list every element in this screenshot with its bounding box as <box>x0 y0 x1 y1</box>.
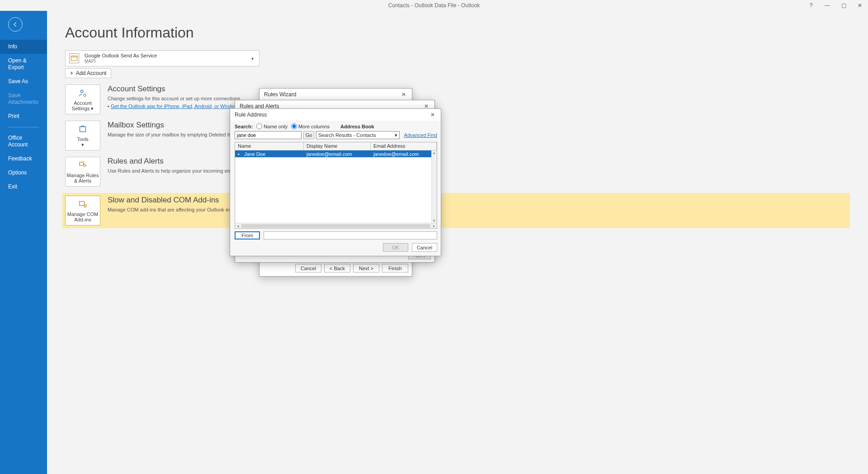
address-book-label: Address Book <box>340 124 374 129</box>
rules-wizard-title: Rules Wizard <box>264 91 296 98</box>
search-label: Search: <box>235 124 253 129</box>
account-settings-heading: Account Settings <box>108 84 265 94</box>
address-book-combo[interactable]: Search Results - Contacts ▾ <box>316 131 400 139</box>
svg-rect-3 <box>80 127 86 131</box>
close-icon[interactable]: ✕ <box>398 90 409 99</box>
sidebar-item-save-attachments: Save Attachments <box>0 89 47 109</box>
sidebar-item-save-as[interactable]: Save As <box>0 75 47 89</box>
more-columns-radio[interactable]: More columns <box>291 123 330 129</box>
sidebar-item-feedback[interactable]: Feedback <box>0 152 47 166</box>
svg-point-6 <box>84 205 87 207</box>
rule-address-dialog: Rule Address ✕ Search: Name only More co… <box>230 108 441 256</box>
ok-button[interactable]: OK <box>383 243 408 252</box>
manage-com-addins-tile[interactable]: Manage COM Add-ins <box>65 196 100 225</box>
account-icon <box>69 53 79 63</box>
help-icon[interactable]: ? <box>803 0 819 11</box>
search-input[interactable] <box>235 131 302 139</box>
sidebar-item-exit[interactable]: Exit <box>0 180 47 194</box>
account-protocol: MAPI <box>85 59 244 64</box>
window-title: Contacts - Outlook Data File - Outlook <box>388 2 480 9</box>
column-name[interactable]: Name <box>235 142 304 150</box>
account-selector[interactable]: Google Outlook Send As Service MAPI ▾ <box>65 50 259 66</box>
tools-icon <box>77 124 88 135</box>
go-button[interactable]: Go <box>303 131 314 139</box>
tools-tile[interactable]: Tools ▾ <box>65 121 100 150</box>
contact-icon: ▪ <box>235 151 241 157</box>
maximize-button[interactable]: ▢ <box>835 0 852 11</box>
chevron-down-icon: ▾ <box>395 132 397 138</box>
close-button[interactable]: ✕ <box>852 0 868 11</box>
rule-address-title: Rule Address <box>235 112 267 118</box>
results-grid: Name Display Name Email Address ▪ Jane D… <box>235 142 437 229</box>
add-account-button[interactable]: + Add Account <box>65 68 111 78</box>
account-name: Google Outlook Send As Service <box>85 53 244 58</box>
sidebar-item-print[interactable]: Print <box>0 109 47 123</box>
close-icon[interactable]: ✕ <box>427 110 438 119</box>
cancel-button[interactable]: Cancel <box>295 264 321 272</box>
chevron-down-icon: ▾ <box>250 56 255 61</box>
column-display-name[interactable]: Display Name <box>304 142 371 150</box>
svg-rect-4 <box>80 162 84 165</box>
back-button[interactable]: < Back <box>324 264 350 272</box>
result-row[interactable]: ▪ Jane Doe janedoe@email.com janedoe@ema… <box>235 150 437 157</box>
sidebar-item-office-account[interactable]: Office Account <box>0 131 47 152</box>
svg-point-2 <box>84 94 86 97</box>
sidebar-item-open-export[interactable]: Open & Export <box>0 54 47 75</box>
plus-icon: + <box>70 70 73 76</box>
svg-rect-0 <box>71 56 77 61</box>
add-account-label: Add Account <box>76 70 106 76</box>
from-input[interactable] <box>264 231 437 239</box>
window-titlebar: Contacts - Outlook Data File - Outlook ?… <box>0 0 868 11</box>
back-button[interactable] <box>8 17 23 32</box>
svg-point-1 <box>80 90 83 93</box>
backstage-sidebar: Info Open & Export Save As Save Attachme… <box>0 11 47 474</box>
sidebar-item-info[interactable]: Info <box>0 40 47 54</box>
next-button[interactable]: Next > <box>353 264 379 272</box>
minimize-button[interactable]: — <box>819 0 835 11</box>
person-gear-icon <box>77 88 88 99</box>
manage-rules-tile[interactable]: Manage Rules & Alerts <box>65 157 100 187</box>
account-settings-tile[interactable]: Account Settings ▾ <box>65 84 100 114</box>
vertical-scrollbar[interactable]: ▴▾ <box>431 150 437 223</box>
svg-rect-5 <box>80 201 85 205</box>
finish-button[interactable]: Finish <box>382 264 408 272</box>
column-email[interactable]: Email Address <box>371 142 437 150</box>
rules-icon <box>77 160 88 171</box>
sidebar-item-options[interactable]: Options <box>0 166 47 180</box>
cancel-button[interactable]: Cancel <box>412 243 437 252</box>
advanced-find-link[interactable]: Advanced Find <box>404 132 437 138</box>
addins-icon <box>77 199 88 210</box>
page-title: Account Information <box>65 24 850 41</box>
horizontal-scrollbar[interactable]: ◂▸ <box>235 223 437 228</box>
from-button[interactable]: From <box>235 231 260 239</box>
name-only-radio[interactable]: Name only <box>256 123 288 129</box>
